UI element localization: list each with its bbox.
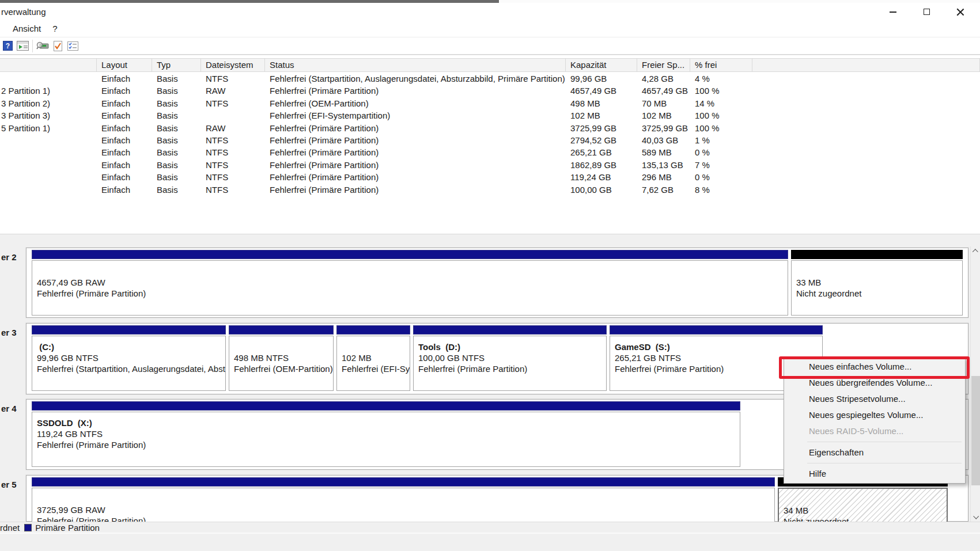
col-layout[interactable]: Layout xyxy=(97,59,152,71)
primary-partition-bar xyxy=(413,325,607,335)
window-title: rverwaltung xyxy=(1,3,46,21)
close-button[interactable] xyxy=(943,3,977,21)
menu-item-neues-uebergreifendes-volume[interactable]: Neues übergreifendes Volume... xyxy=(784,375,965,391)
disk-label-3: er 3 xyxy=(1,328,17,337)
col-typ[interactable]: Typ xyxy=(152,59,201,71)
partition-block[interactable]: 3725,99 GB RAW Fehlerfrei (Primäre Parti… xyxy=(32,477,775,522)
unallocated-bar xyxy=(791,250,963,259)
partition-block-ssdold[interactable]: SSDOLD (X:) 119,24 GB NTFS Fehlerfrei (P… xyxy=(32,401,740,467)
col-status[interactable]: Status xyxy=(265,59,566,71)
help-icon[interactable]: ? xyxy=(0,39,15,53)
scrollbar-thumb[interactable] xyxy=(971,376,980,485)
minimize-button[interactable] xyxy=(876,3,910,21)
volume-rows: EinfachBasisNTFSFehlerfrei (Startpartiti… xyxy=(0,73,980,196)
menu-ansicht[interactable]: Ansicht xyxy=(7,21,47,37)
table-row[interactable]: EinfachBasisNTFSFehlerfrei (Primäre Part… xyxy=(0,159,980,171)
toolbar-separator xyxy=(32,40,33,52)
partition-block[interactable]: 4657,49 GB RAW Fehlerfrei (Primäre Parti… xyxy=(32,250,788,316)
toolbar: ? xyxy=(0,37,980,55)
scroll-down-button[interactable] xyxy=(971,512,980,522)
col-filler xyxy=(752,59,980,71)
table-row[interactable]: 5 Partition 1)EinfachBasisRAWFehlerfrei … xyxy=(0,122,980,134)
menu-help[interactable]: ? xyxy=(47,21,63,37)
vertical-scrollbar[interactable] xyxy=(970,246,980,522)
table-row[interactable]: 3 Partition 3)EinfachBasisFehlerfrei (EF… xyxy=(0,109,980,121)
context-menu: Neues einfaches Volume... Neues übergrei… xyxy=(784,357,966,484)
legend-unallocated-cut: rdnet xyxy=(0,523,20,533)
table-row[interactable]: EinfachBasisNTFSFehlerfrei (Primäre Part… xyxy=(0,146,980,158)
console-window-icon[interactable] xyxy=(15,39,30,53)
menu-item-neues-einfaches-volume[interactable]: Neues einfaches Volume... xyxy=(784,359,965,375)
col-kapazitaet[interactable]: Kapazität xyxy=(566,59,637,71)
pane-splitter[interactable] xyxy=(0,234,980,246)
unallocated-block[interactable]: 33 MB Nicht zugeordnet xyxy=(791,250,963,316)
menu-item-neues-stripesetvolume[interactable]: Neues Stripesetvolume... xyxy=(784,391,965,407)
primary-partition-bar xyxy=(32,325,226,335)
primary-partition-bar xyxy=(32,401,740,411)
col-dateisystem[interactable]: Dateisystem xyxy=(201,59,265,71)
menu-bar: Ansicht ? xyxy=(0,21,980,37)
legend-primary-partition: Primäre Partition xyxy=(35,523,100,533)
device-scan-icon[interactable] xyxy=(35,39,50,53)
table-row[interactable]: EinfachBasisNTFSFehlerfrei (Primäre Part… xyxy=(0,184,980,196)
menu-separator xyxy=(807,463,962,463)
primary-partition-bar xyxy=(336,325,410,335)
table-row[interactable]: EinfachBasisNTFSFehlerfrei (Startpartiti… xyxy=(0,73,980,85)
minimize-icon xyxy=(890,12,896,13)
close-icon xyxy=(956,8,964,16)
menu-item-eigenschaften[interactable]: Eigenschaften xyxy=(784,444,965,461)
primary-partition-bar xyxy=(229,325,334,335)
chevron-up-icon xyxy=(973,249,978,254)
maximize-icon xyxy=(924,9,930,15)
partition-block-c[interactable]: (C:) 99,96 GB NTFS Fehlerfrei (Startpart… xyxy=(32,325,226,391)
menu-item-hilfe[interactable]: Hilfe xyxy=(784,466,965,482)
bottom-filler xyxy=(0,533,980,551)
checklist-icon[interactable] xyxy=(65,39,80,53)
window-controls xyxy=(876,3,977,21)
table-row[interactable]: 3 Partition 2)EinfachBasisNTFSFehlerfrei… xyxy=(0,97,980,109)
svg-text:?: ? xyxy=(5,42,9,50)
partition-block-tools[interactable]: Tools (D:) 100,00 GB NTFS Fehlerfrei (Pr… xyxy=(413,325,607,391)
partition-block[interactable]: 102 MB Fehlerfrei (EFI-Systempartition) xyxy=(336,325,410,391)
menu-separator xyxy=(807,442,962,442)
col-freier-speicher[interactable]: Freier Sp... xyxy=(637,59,690,71)
primary-partition-swatch xyxy=(24,524,32,531)
chevron-down-icon xyxy=(973,514,979,519)
table-row[interactable]: EinfachBasisNTFSFehlerfrei (Primäre Part… xyxy=(0,171,980,183)
maximize-button[interactable] xyxy=(910,3,943,21)
table-row[interactable]: 2 Partition 1)EinfachBasisRAWFehlerfrei … xyxy=(0,85,980,97)
volume-list-header: Layout Typ Dateisystem Status Kapazität … xyxy=(0,58,980,72)
title-bar: rverwaltung xyxy=(0,3,980,21)
primary-partition-bar xyxy=(32,477,775,487)
partition-block[interactable]: 498 MB NTFS Fehlerfrei (OEM-Partition) xyxy=(229,325,334,391)
disk-label-4: er 4 xyxy=(1,404,17,413)
status-bar: rdnet Primäre Partition xyxy=(0,522,980,533)
primary-partition-bar xyxy=(610,325,823,335)
table-row[interactable]: EinfachBasisNTFSFehlerfrei (Primäre Part… xyxy=(0,134,980,146)
disk-label-5: er 5 xyxy=(1,480,17,489)
col-prozent-frei[interactable]: % frei xyxy=(690,59,752,71)
menu-item-neues-raid5-volume: Neues RAID-5-Volume... xyxy=(784,423,965,439)
unallocated-block-selected[interactable]: 34 MB Nicht zugeordnet xyxy=(778,477,948,522)
check-document-icon[interactable] xyxy=(50,39,65,53)
primary-partition-bar xyxy=(32,250,788,259)
col-volume[interactable] xyxy=(0,59,97,71)
volume-list: Layout Typ Dateisystem Status Kapazität … xyxy=(0,55,980,234)
disk-label-2: er 2 xyxy=(1,252,17,262)
menu-item-neues-gespiegeltes-volume[interactable]: Neues gespiegeltes Volume... xyxy=(784,407,965,423)
scroll-up-button[interactable] xyxy=(971,246,980,256)
